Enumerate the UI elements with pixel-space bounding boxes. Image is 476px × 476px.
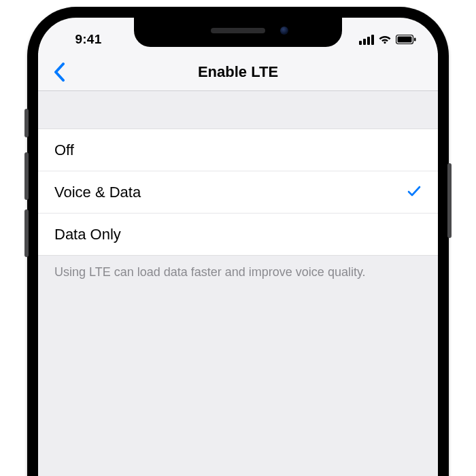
- options-list: Off Voice & Data Data Only: [38, 129, 438, 256]
- status-indicators: [347, 27, 428, 45]
- option-label: Off: [54, 141, 74, 159]
- option-label: Data Only: [54, 226, 121, 243]
- screen: 9:41: [38, 18, 438, 476]
- checkmark-icon: [407, 184, 422, 201]
- chevron-left-icon: [54, 63, 66, 82]
- option-label: Voice & Data: [54, 184, 141, 201]
- option-off[interactable]: Off: [38, 129, 438, 171]
- side-button-vol-down: [24, 209, 29, 257]
- cellular-icon: [359, 35, 374, 45]
- svg-rect-2: [414, 38, 416, 41]
- side-button-power: [447, 163, 452, 238]
- svg-rect-1: [398, 37, 412, 43]
- front-camera: [280, 27, 288, 35]
- option-voice-data[interactable]: Voice & Data: [38, 171, 438, 214]
- wifi-icon: [378, 35, 392, 44]
- notch: [134, 18, 342, 47]
- status-time: 9:41: [48, 24, 129, 47]
- footer-note: Using LTE can load data faster and impro…: [38, 256, 438, 476]
- nav-bar: Enable LTE: [38, 53, 438, 91]
- nav-title: Enable LTE: [38, 63, 438, 81]
- speaker-grille: [211, 28, 265, 33]
- phone-frame: 9:41: [27, 7, 449, 476]
- option-data-only[interactable]: Data Only: [38, 214, 438, 256]
- side-button-vol-up: [24, 152, 29, 200]
- back-button[interactable]: [44, 53, 76, 90]
- section-header-blank: [38, 91, 438, 129]
- battery-icon: [396, 35, 416, 44]
- side-button-silence: [24, 109, 29, 137]
